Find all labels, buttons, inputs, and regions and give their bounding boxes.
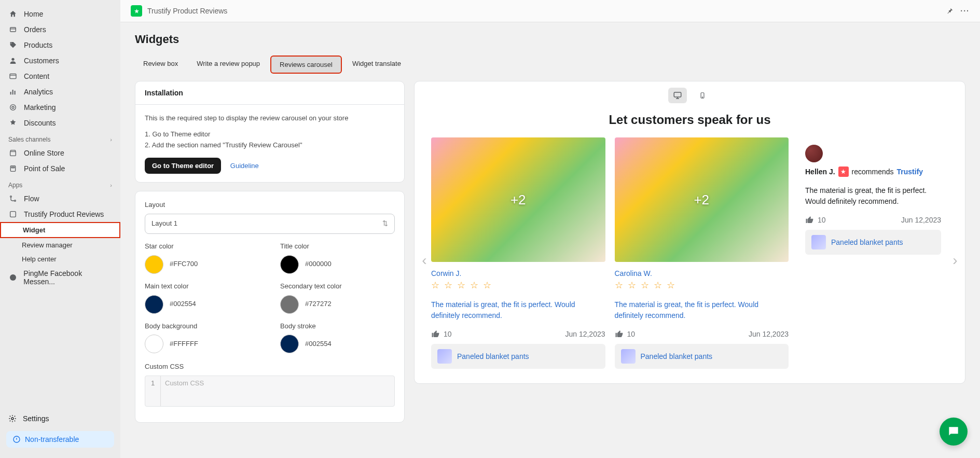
tab-review-box[interactable]: Review box xyxy=(135,55,186,74)
review-date: Jun 12,2023 xyxy=(565,330,605,338)
tab-write-review-popup[interactable]: Write a review popup xyxy=(188,55,268,74)
custom-css-label: Custom CSS xyxy=(145,362,395,372)
review-text: The material is great, the fit is perfec… xyxy=(805,185,941,207)
title-color-swatch[interactable] xyxy=(280,255,299,274)
preview-heading: Let customers speak for us xyxy=(415,113,965,127)
app-title: Trustify Product Reviews xyxy=(147,7,227,15)
nav-app-pingme[interactable]: PingMe Facebook Messen... xyxy=(0,266,120,289)
gear-icon xyxy=(8,414,17,423)
installation-step-1: 1. Go to Theme editor xyxy=(145,129,395,140)
content-icon xyxy=(8,72,18,81)
tabs: Review box Write a review popup Reviews … xyxy=(135,55,965,74)
line-number: 1 xyxy=(145,376,161,406)
review-card: +2 Carolina W. ☆ ☆ ☆ ☆ ☆ The material is… xyxy=(615,137,789,369)
main-text-color-swatch[interactable] xyxy=(145,295,163,314)
nav-sub-widget[interactable]: Widget xyxy=(0,222,120,238)
more-icon[interactable]: ··· xyxy=(960,7,970,15)
product-link[interactable]: Paneled blanket pants xyxy=(805,230,941,255)
review-text: The material is great, the fit is perfec… xyxy=(615,299,789,321)
device-mobile-button[interactable] xyxy=(693,88,712,103)
likes[interactable]: 10 xyxy=(615,329,636,339)
nav-discounts[interactable]: Discounts xyxy=(0,115,120,131)
nav-analytics[interactable]: Analytics xyxy=(0,84,120,100)
review-image[interactable]: +2 xyxy=(615,137,789,262)
carousel-next-button[interactable]: › xyxy=(947,250,963,271)
nav-online-store[interactable]: Online Store xyxy=(0,145,120,161)
pos-icon xyxy=(8,164,18,173)
svg-rect-8 xyxy=(10,151,16,156)
non-transferable-badge[interactable]: Non-transferable xyxy=(6,431,114,448)
pin-icon[interactable] xyxy=(946,7,954,15)
likes[interactable]: 10 xyxy=(805,215,826,225)
chat-fab-button[interactable] xyxy=(940,418,968,446)
chevron-right-icon[interactable]: › xyxy=(110,182,112,188)
home-icon xyxy=(8,9,18,19)
nav-sub-help-center[interactable]: Help center xyxy=(0,252,120,266)
nav-marketing[interactable]: Marketing xyxy=(0,100,120,115)
custom-css-input[interactable]: Custom CSS xyxy=(161,376,394,406)
product-link[interactable]: Paneled blanket pants xyxy=(431,344,605,369)
star-color-label: Star color xyxy=(145,241,259,252)
chevron-right-icon[interactable]: › xyxy=(110,136,112,143)
nav-customers[interactable]: Customers xyxy=(0,53,120,68)
nav-label: Products xyxy=(24,41,52,49)
product-thumb-icon xyxy=(437,349,452,364)
custom-css-editor[interactable]: 1 Custom CSS xyxy=(145,376,395,407)
star-color-swatch[interactable] xyxy=(145,255,163,274)
layout-select[interactable]: Layout 1 ⇅ xyxy=(145,214,395,234)
svg-point-6 xyxy=(10,105,16,110)
device-desktop-button[interactable] xyxy=(668,88,687,103)
carousel-prev-button[interactable]: ‹ xyxy=(417,250,432,271)
nav-point-of-sale[interactable]: Point of Sale xyxy=(0,161,120,176)
thumbs-up-icon xyxy=(431,329,440,339)
nav-content[interactable]: Content xyxy=(0,68,120,84)
title-color-label: Title color xyxy=(280,241,395,252)
review-image[interactable]: +2 xyxy=(431,137,605,262)
svg-point-19 xyxy=(702,97,702,98)
product-thumb-icon xyxy=(621,349,636,364)
preview-panel: Let customers speak for us ‹ › +2 Corwin… xyxy=(414,81,965,384)
nav-label: Orders xyxy=(24,25,46,34)
app-icon xyxy=(8,210,18,219)
product-thumb-icon xyxy=(811,235,826,249)
nav-app-trustify[interactable]: Trustify Product Reviews xyxy=(0,206,120,222)
tab-widget-translate[interactable]: Widget translate xyxy=(344,55,409,74)
nav-settings[interactable]: Settings xyxy=(0,410,120,427)
review-text: The material is great, the fit is perfec… xyxy=(431,299,605,321)
installation-desc: This is the required step to display the… xyxy=(145,113,395,124)
product-link[interactable]: Paneled blanket pants xyxy=(615,344,789,369)
theme-editor-button[interactable]: Go to Theme editor xyxy=(145,158,221,174)
body-bg-swatch[interactable] xyxy=(145,335,163,353)
svg-rect-2 xyxy=(10,74,16,78)
installation-step-2: 2. Add the section named "Trustify Revie… xyxy=(145,140,395,151)
nav-home[interactable]: Home xyxy=(0,6,120,22)
brand-link[interactable]: Trustify xyxy=(897,168,923,176)
svg-rect-4 xyxy=(12,90,13,94)
person-icon xyxy=(8,56,18,65)
body-stroke-label: Body stroke xyxy=(280,321,395,332)
body-stroke-swatch[interactable] xyxy=(280,335,299,353)
main-text-color-value: #002554 xyxy=(170,299,196,310)
secondary-text-color-swatch[interactable] xyxy=(280,295,299,314)
settings-label: Settings xyxy=(23,414,49,423)
svg-rect-3 xyxy=(10,92,11,94)
nav-sub-review-manager[interactable]: Review manager xyxy=(0,238,120,252)
nav-label: Marketing xyxy=(24,103,56,112)
guideline-link[interactable]: Guideline xyxy=(230,162,259,170)
nav-app-flow[interactable]: Flow xyxy=(0,191,120,206)
nav-orders[interactable]: Orders xyxy=(0,22,120,37)
likes[interactable]: 10 xyxy=(431,329,452,339)
layout-label: Layout xyxy=(145,200,395,211)
star-color-value: #FFC700 xyxy=(170,259,198,270)
svg-point-7 xyxy=(12,106,14,108)
svg-rect-13 xyxy=(10,212,16,217)
page-title: Widgets xyxy=(135,33,965,46)
svg-point-15 xyxy=(11,418,13,420)
reviewer-name: Hellen J. xyxy=(805,168,835,176)
nav-label: Point of Sale xyxy=(24,164,65,173)
orders-icon xyxy=(8,25,18,34)
secondary-text-color-label: Secondary text color xyxy=(280,281,395,292)
nav-label: Trustify Product Reviews xyxy=(24,210,104,218)
tab-reviews-carousel[interactable]: Reviews carousel xyxy=(270,55,342,74)
nav-products[interactable]: Products xyxy=(0,37,120,53)
